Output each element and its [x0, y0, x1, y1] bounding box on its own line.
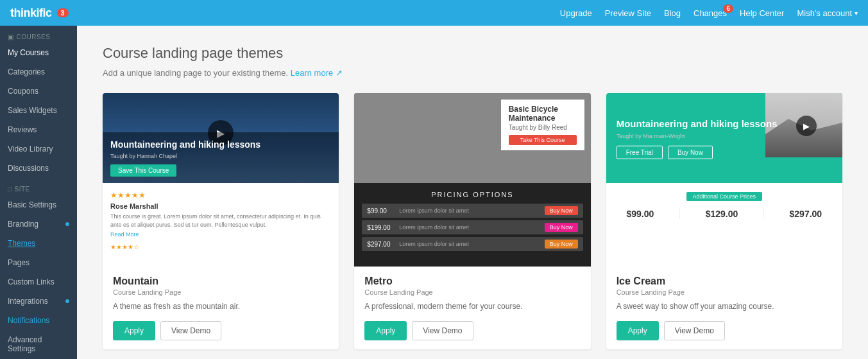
review-stars: ★★★★★: [110, 191, 331, 200]
theme-preview-metro: Basic Bicycle Maintenance Taught by Bill…: [354, 93, 590, 267]
sidebar-item-basic-settings[interactable]: Basic Settings: [0, 195, 77, 215]
icecream-badge: Additional Course Prices: [614, 191, 835, 201]
icecream-apply-button[interactable]: Apply: [617, 321, 659, 340]
brand-badge: 3: [57, 8, 69, 17]
icecream-actions: Apply View Demo: [617, 321, 832, 340]
layout: ▣ Courses My Courses Categories Coupons …: [0, 26, 868, 359]
integrations-dot: [65, 299, 69, 303]
sidebar-item-discussions[interactable]: Discussions: [0, 159, 77, 178]
metro-desc-1: Lorem ipsum dolor sit amet: [399, 207, 544, 214]
metro-price-3: $297.00: [367, 241, 399, 248]
account-menu[interactable]: Mish's account ▾: [797, 8, 858, 18]
metro-pricing-title: PRICING OPTIONS: [362, 191, 583, 198]
sidebar-item-categories[interactable]: Categories: [0, 62, 77, 82]
metro-demo-button[interactable]: View Demo: [412, 321, 473, 340]
mountain-subtitle: Taught by Hannah Chapel: [110, 153, 331, 159]
themes-grid: ▶ Mountaineering and hiking lessons Taug…: [103, 93, 842, 349]
icecream-divider-1: [679, 209, 680, 219]
sidebar-item-advanced-settings[interactable]: Advanced Settings: [0, 330, 77, 358]
icecream-price-val-1: $99.00: [626, 209, 654, 219]
site-icon: □: [8, 186, 12, 193]
icecream-divider-2: [763, 209, 764, 219]
nav-help-center[interactable]: Help Center: [740, 8, 784, 18]
brand-logo: thinkific: [10, 6, 52, 20]
review-stars-bottom: ★★★★☆: [110, 243, 331, 250]
metro-btn-3[interactable]: Buy Now: [545, 240, 578, 249]
changes-badge: 6: [723, 4, 733, 13]
icecream-text-area: Mountaineering and hiking lessons Taught…: [617, 118, 778, 159]
mountain-preview-top: ▶ Mountaineering and hiking lessons Taug…: [103, 93, 339, 183]
mountain-actions: Apply View Demo: [113, 321, 328, 340]
sidebar-item-sales-widgets[interactable]: Sales Widgets: [0, 101, 77, 120]
nav-upgrade[interactable]: Upgrade: [560, 8, 592, 18]
mountain-title: Mountaineering and hiking lessons: [110, 139, 331, 150]
icecream-badge-label: Additional Course Prices: [686, 192, 763, 201]
sidebar-item-reviews[interactable]: Reviews: [0, 120, 77, 139]
chevron-down-icon: ▾: [855, 10, 858, 17]
theme-card-ice-cream: ▶ Mountaineering and hiking lessons Taug…: [606, 93, 842, 349]
icecream-name: Ice Cream: [617, 276, 832, 287]
mountain-type: Course Landing Page: [113, 288, 328, 296]
sidebar-item-video-library[interactable]: Video Library: [0, 139, 77, 159]
metro-info-title: Basic Bicycle Maintenance: [509, 105, 577, 123]
icecream-card-body: Ice Cream Course Landing Page A sweet wa…: [606, 267, 842, 349]
mountain-cta-btn[interactable]: Save This Course: [110, 164, 176, 177]
top-nav: thinkific 3 Upgrade Preview Site Blog Ch…: [0, 0, 868, 26]
play-button-icecream[interactable]: ▶: [796, 116, 817, 136]
sidebar-item-custom-links[interactable]: Custom Links: [0, 272, 77, 292]
theme-preview-ice-cream: ▶ Mountaineering and hiking lessons Taug…: [606, 93, 842, 267]
icecream-pricing: Additional Course Prices $99.00 $129.00: [606, 183, 842, 267]
sidebar-item-pages[interactable]: Pages: [0, 253, 77, 272]
review-author: Rose Marshall: [110, 202, 331, 210]
metro-info-subtitle: Taught by Billy Reed: [509, 124, 577, 131]
theme-card-mountain: ▶ Mountaineering and hiking lessons Taug…: [103, 93, 339, 349]
icecream-buy-now-btn[interactable]: Buy Now: [668, 145, 713, 159]
mountain-card-body: Mountain Course Landing Page A theme as …: [103, 267, 339, 349]
top-nav-right: Upgrade Preview Site Blog Changes 6 Help…: [560, 8, 858, 18]
branding-dot: [65, 222, 69, 226]
icecream-price-2: $129.00: [706, 209, 738, 219]
mountain-name: Mountain: [113, 276, 328, 287]
top-nav-left: thinkific 3: [10, 6, 69, 20]
metro-actions: Apply View Demo: [364, 321, 580, 340]
metro-btn-1[interactable]: Buy Now: [545, 206, 578, 215]
mountain-demo-button[interactable]: View Demo: [160, 321, 221, 340]
icecream-price-val-3: $297.00: [790, 209, 822, 219]
metro-type: Course Landing Page: [364, 288, 580, 296]
metro-btn-2[interactable]: Buy Now: [545, 223, 578, 232]
learn-more-link[interactable]: Learn more ↗: [291, 68, 343, 78]
sidebar-section-courses: ▣ Courses: [0, 26, 77, 43]
sidebar-item-my-courses[interactable]: My Courses: [0, 43, 77, 62]
mountain-apply-button[interactable]: Apply: [113, 321, 155, 340]
nav-changes[interactable]: Changes 6: [694, 8, 727, 18]
sidebar-item-coupons[interactable]: Coupons: [0, 82, 77, 101]
icecream-subtitle: Taught by Mia main-Wright: [617, 132, 778, 139]
metro-price-row-3: $297.00 Lorem ipsum dolor sit amet Buy N…: [362, 237, 583, 251]
metro-take-btn[interactable]: Take This Course: [509, 135, 577, 145]
sidebar-item-notifications[interactable]: Notifications: [0, 311, 77, 330]
metro-price-1: $99.00: [367, 207, 399, 215]
icecream-title: Mountaineering and hiking lessons: [617, 118, 778, 130]
sidebar-item-branding[interactable]: Branding: [0, 215, 77, 234]
sidebar-item-themes[interactable]: Themes: [0, 234, 77, 253]
page-subtitle: Add a unique landing page to your existi…: [103, 68, 842, 78]
icecream-top: ▶ Mountaineering and hiking lessons Taug…: [606, 93, 842, 183]
metro-name: Metro: [364, 276, 580, 287]
icecream-price-3: $297.00: [790, 209, 822, 219]
metro-price-row-1: $99.00 Lorem ipsum dolor sit amet Buy No…: [362, 204, 583, 218]
courses-icon: ▣: [8, 33, 14, 40]
icecream-free-trial-btn[interactable]: Free Trial: [617, 145, 663, 159]
icecream-demo-button[interactable]: View Demo: [664, 321, 725, 340]
nav-preview-site[interactable]: Preview Site: [605, 8, 651, 18]
mountain-review: ★★★★★ Rose Marshall This course is great…: [103, 183, 339, 267]
nav-blog[interactable]: Blog: [664, 8, 681, 18]
sidebar-item-integrations[interactable]: Integrations: [0, 292, 77, 311]
review-text: This course is great. Lorem ipsum dolor …: [110, 213, 331, 229]
metro-info-box: Basic Bicycle Maintenance Taught by Bill…: [501, 100, 584, 150]
theme-preview-mountain: ▶ Mountaineering and hiking lessons Taug…: [103, 93, 339, 267]
review-link[interactable]: Read More: [110, 231, 139, 238]
main-content: Course landing page themes Add a unique …: [77, 26, 868, 359]
metro-apply-button[interactable]: Apply: [364, 321, 407, 340]
sidebar-section-site: □ Site: [0, 178, 77, 195]
metro-desc-2: Lorem ipsum dolor sit amet: [399, 224, 544, 231]
